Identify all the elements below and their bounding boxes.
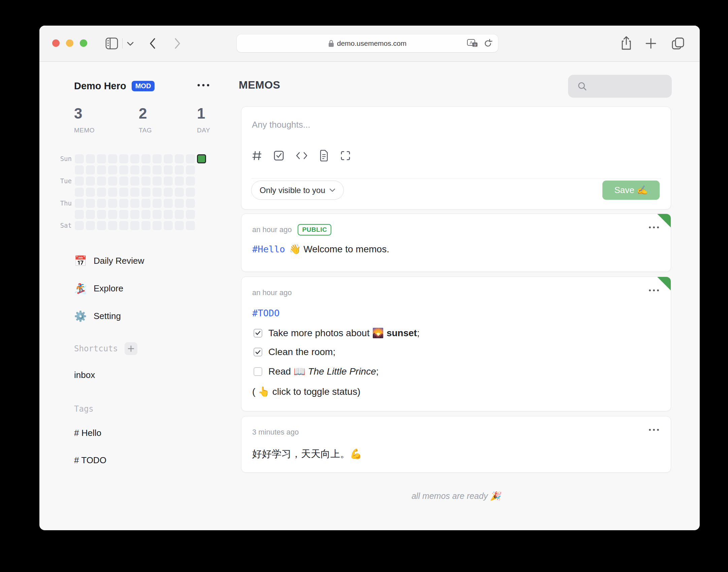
fullscreen-icon[interactable] [340, 150, 351, 161]
search-input[interactable] [568, 75, 672, 98]
heatmap-cell[interactable] [75, 210, 84, 219]
checkbox-checked[interactable] [254, 348, 262, 356]
heatmap-cell[interactable] [97, 154, 106, 163]
heatmap-cell[interactable] [75, 177, 84, 186]
heatmap-cell[interactable] [97, 221, 106, 230]
heatmap-cell[interactable] [75, 188, 84, 197]
heatmap-cell[interactable] [130, 154, 139, 163]
memo-more-icon[interactable] [649, 289, 660, 292]
heatmap-cell[interactable] [130, 221, 139, 230]
heatmap-cell[interactable] [153, 221, 162, 230]
heatmap-cell[interactable] [108, 221, 117, 230]
heatmap-cell[interactable] [175, 210, 184, 219]
heatmap-cell[interactable] [97, 165, 106, 174]
heatmap-cell[interactable] [153, 210, 162, 219]
tab-overview-icon[interactable] [671, 37, 685, 50]
heatmap-cell[interactable] [141, 188, 151, 197]
sidebar-item-explore[interactable]: 🏂 Explore [74, 281, 123, 296]
hash-icon[interactable] [252, 150, 262, 161]
heatmap-cell[interactable] [164, 199, 173, 208]
heatmap-cell[interactable] [175, 221, 184, 230]
heatmap-cell[interactable] [186, 210, 195, 219]
heatmap-cell[interactable] [86, 199, 95, 208]
heatmap-cell[interactable] [141, 165, 151, 174]
visibility-dropdown[interactable]: Only visible to you [251, 181, 344, 200]
save-button[interactable]: Save ✍️ [602, 181, 660, 200]
heatmap-cell[interactable] [86, 177, 95, 186]
memo-more-icon[interactable] [649, 226, 660, 229]
heatmap-cell[interactable] [97, 210, 106, 219]
heatmap-cell[interactable] [86, 210, 95, 219]
heatmap-cell[interactable] [153, 177, 162, 186]
heatmap-cell[interactable] [141, 210, 151, 219]
zoom-window-button[interactable] [80, 39, 87, 47]
heatmap-cell[interactable] [130, 177, 139, 186]
add-shortcut-button[interactable] [125, 342, 137, 355]
close-window-button[interactable] [52, 39, 60, 47]
heatmap-cell[interactable] [175, 165, 184, 174]
memo-more-icon[interactable] [649, 428, 660, 431]
heatmap-cell[interactable] [97, 199, 106, 208]
heatmap-cell[interactable] [164, 221, 173, 230]
address-bar[interactable]: demo.usememos.com A 文 [237, 34, 498, 52]
heatmap-cell[interactable] [108, 165, 117, 174]
profile-row[interactable]: Demo Hero MOD [74, 78, 155, 94]
heatmap-cell[interactable] [119, 154, 128, 163]
file-text-icon[interactable] [319, 150, 329, 161]
heatmap-cell[interactable] [130, 210, 139, 219]
heatmap-cell[interactable] [175, 154, 184, 163]
heatmap-cell[interactable] [108, 154, 117, 163]
heatmap-cell[interactable] [119, 199, 128, 208]
heatmap-cell[interactable] [197, 154, 206, 163]
heatmap-cell[interactable] [164, 188, 173, 197]
heatmap-cell[interactable] [153, 154, 162, 163]
heatmap-cell[interactable] [86, 188, 95, 197]
heatmap-cell[interactable] [97, 188, 106, 197]
code-icon[interactable] [296, 151, 308, 161]
heatmap-cell[interactable] [186, 154, 195, 163]
heatmap-cell[interactable] [119, 210, 128, 219]
heatmap-cell[interactable] [119, 177, 128, 186]
heatmap-cell[interactable] [119, 221, 128, 230]
heatmap-cell[interactable] [86, 165, 95, 174]
tag-item-todo[interactable]: # TODO [74, 455, 106, 466]
tag-item-hello[interactable]: # Hello [74, 428, 101, 438]
heatmap-cell[interactable] [86, 154, 95, 163]
heatmap-cell[interactable] [141, 177, 151, 186]
heatmap-cell[interactable] [186, 221, 195, 230]
sidebar-toggle-icon[interactable] [105, 37, 118, 50]
heatmap-cell[interactable] [141, 199, 151, 208]
heatmap-cell[interactable] [164, 154, 173, 163]
heatmap-cell[interactable] [186, 188, 195, 197]
memo-tag-hello[interactable]: #Hello [252, 244, 285, 254]
heatmap-cell[interactable] [164, 177, 173, 186]
heatmap-cell[interactable] [141, 154, 151, 163]
heatmap-cell[interactable] [75, 154, 84, 163]
memo-editor[interactable]: Any thoughts... [241, 106, 671, 210]
sidebar-item-setting[interactable]: ⚙️ Setting [74, 308, 121, 324]
forward-button[interactable] [173, 37, 182, 50]
profile-more-icon[interactable] [197, 84, 210, 87]
new-tab-icon[interactable] [645, 38, 657, 49]
heatmap-cell[interactable] [108, 177, 117, 186]
translate-icon[interactable]: A 文 [467, 39, 478, 48]
heatmap-cell[interactable] [130, 165, 139, 174]
back-button[interactable] [148, 37, 157, 50]
heatmap-cell[interactable] [130, 199, 139, 208]
heatmap-cell[interactable] [186, 177, 195, 186]
heatmap-cell[interactable] [108, 188, 117, 197]
heatmap-cell[interactable] [75, 199, 84, 208]
heatmap-cell[interactable] [186, 199, 195, 208]
heatmap-cell[interactable] [75, 165, 84, 174]
heatmap-cell[interactable] [75, 221, 84, 230]
heatmap-cell[interactable] [119, 165, 128, 174]
memo-tag-todo[interactable]: #TODO [252, 308, 279, 318]
reload-icon[interactable] [483, 39, 493, 48]
heatmap-cell[interactable] [175, 188, 184, 197]
heatmap-cell[interactable] [108, 199, 117, 208]
sidebar-item-daily-review[interactable]: 📅 Daily Review [74, 253, 144, 268]
share-icon[interactable] [621, 36, 632, 51]
checkbox-checked[interactable] [254, 329, 262, 338]
sidebar-chevron-down-icon[interactable] [127, 41, 134, 46]
checkbox-unchecked[interactable] [254, 367, 262, 376]
